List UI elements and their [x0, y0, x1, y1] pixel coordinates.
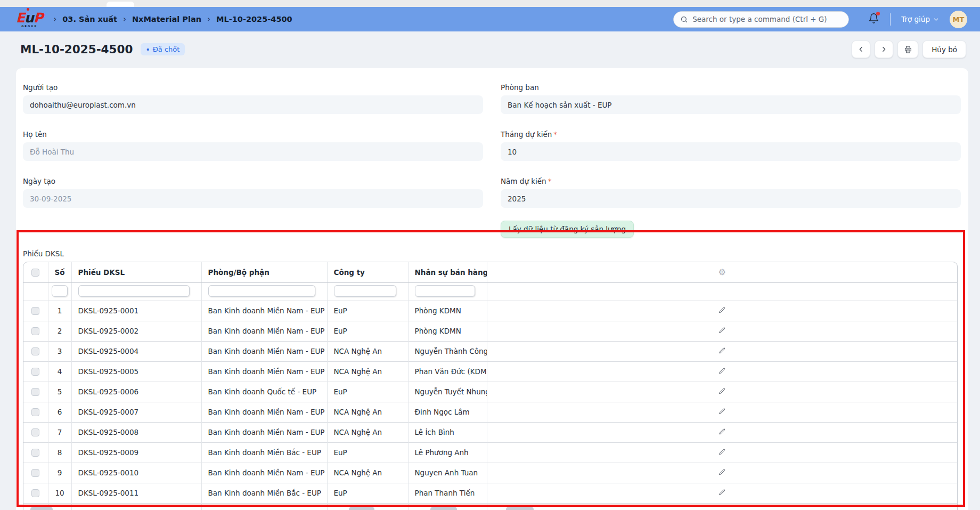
cell-cong-ty[interactable]: EuP	[327, 382, 408, 402]
cell-nhan-su[interactable]: Đinh Ngọc Lâm	[408, 402, 487, 422]
print-button[interactable]	[897, 41, 918, 58]
row-actions	[487, 301, 957, 321]
cell-cong-ty[interactable]: NCA Nghệ An	[327, 341, 408, 361]
edit-pencil-icon	[718, 347, 726, 354]
cell-cong-ty[interactable]: NCA Nghệ An	[327, 361, 408, 382]
cell-phieu-dksl[interactable]: DKSL-0925-0001	[71, 301, 201, 321]
cell-phong-bo-phan[interactable]: Ban Kinh doanh Miền Nam - EUP	[201, 463, 327, 483]
cell-phong-bo-phan[interactable]: Ban Kinh doanh Miền Nam - EUP	[201, 402, 327, 422]
prev-document-button[interactable]	[852, 41, 870, 58]
row-checkbox[interactable]	[31, 388, 39, 396]
printer-icon	[904, 45, 912, 54]
cell-nhan-su[interactable]: Phòng KDMN	[408, 321, 487, 341]
cell-nhan-su[interactable]: Nguyễn Tuyết Nhung	[408, 382, 487, 402]
cell-phieu-dksl[interactable]: DKSL-0925-0002	[71, 321, 201, 341]
next-document-button[interactable]	[875, 41, 893, 58]
edit-pencil-icon	[718, 489, 726, 496]
nguoi-tao-input[interactable]	[23, 95, 483, 114]
cell-phieu-dksl[interactable]	[71, 503, 201, 510]
cell-phong-bo-phan[interactable]: Ban Kinh doanh Miền Nam - EUP	[201, 341, 327, 361]
column-header-cong-ty: Công ty	[327, 262, 408, 282]
breadcrumb-item-nxmaterial-plan[interactable]: NxMaterial Plan	[132, 15, 201, 23]
edit-pencil-icon	[718, 367, 726, 375]
edit-row-button[interactable]	[718, 367, 726, 376]
cell-cong-ty[interactable]: EuP	[327, 321, 408, 341]
cell-phong-bo-phan[interactable]: Ban Kinh doanh Miền Bắc - EUP	[201, 442, 327, 463]
cell-nhan-su[interactable]: Lê Ích Bình	[408, 422, 487, 442]
row-checkbox[interactable]	[31, 428, 39, 436]
filter-input-cong-ty[interactable]	[334, 285, 396, 297]
cell-phieu-dksl[interactable]: DKSL-0925-0007	[71, 402, 201, 422]
cell-nhan-su[interactable]: Lê Phương Anh	[408, 442, 487, 463]
breadcrumb-item-san-xuat[interactable]: 03. Sản xuất	[62, 15, 117, 23]
cell-phieu-dksl[interactable]: DKSL-0925-0004	[71, 341, 201, 361]
cell-phong-bo-phan[interactable]: Ban Kinh doanh Miền Nam - EUP	[201, 361, 327, 382]
cell-cong-ty[interactable]: EuP	[327, 442, 408, 463]
edit-row-button[interactable]	[718, 347, 726, 356]
edit-row-button[interactable]	[718, 327, 726, 336]
search-input[interactable]: Search or type a command (Ctrl + G)	[673, 11, 849, 28]
cell-nhan-su[interactable]: Phan Văn Đức (KDMN)	[408, 361, 487, 382]
edit-row-button[interactable]	[718, 306, 726, 315]
cell-cong-ty[interactable]: NCA Nghệ An	[327, 402, 408, 422]
phieu-dksl-section: Phiếu DKSL Số Phiếu DKSL Phòng/Bộ phận C…	[23, 249, 961, 510]
edit-row-button[interactable]	[718, 428, 726, 437]
cell-nhan-su[interactable]: Phòng KDMN	[408, 301, 487, 321]
cell-phieu-dksl[interactable]: DKSL-0925-0009	[71, 442, 201, 463]
notifications-button[interactable]	[868, 13, 879, 26]
row-actions	[487, 442, 957, 463]
cell-cong-ty[interactable]: EuP	[327, 483, 408, 503]
breadcrumb-separator-icon: ›	[53, 14, 56, 24]
breadcrumb-item-current-doc[interactable]: ML-10-2025-4500	[216, 15, 292, 23]
cancel-button[interactable]: Hủy bỏ	[922, 41, 966, 58]
cell-phieu-dksl[interactable]: DKSL-0925-0005	[71, 361, 201, 382]
row-checkbox-cell	[23, 321, 48, 341]
row-checkbox[interactable]	[31, 307, 39, 315]
avatar[interactable]: MT	[950, 11, 967, 28]
filter-input-nhan-su[interactable]	[415, 285, 475, 297]
nam-du-kien-input[interactable]	[501, 189, 961, 208]
filter-input-so[interactable]	[52, 285, 68, 297]
cell-cong-ty[interactable]: NCA Nghệ An	[327, 422, 408, 442]
filter-input-phong-bo-phan[interactable]	[208, 285, 315, 297]
row-checkbox[interactable]	[31, 408, 39, 416]
cell-phong-bo-phan[interactable]: Ban Kinh doanh Miền Nam - EUP	[201, 301, 327, 321]
fetch-data-button[interactable]: Lấy dữ liệu từ đăng ký sản lượng	[501, 221, 634, 238]
app-logo[interactable]: EuP GROUP	[16, 11, 43, 28]
row-checkbox[interactable]	[31, 327, 39, 335]
row-checkbox[interactable]	[31, 469, 39, 477]
filter-input-phieu-dksl[interactable]	[78, 285, 190, 297]
cell-phieu-dksl[interactable]: DKSL-0925-0010	[71, 463, 201, 483]
table-settings-gear-icon[interactable]: ⚙	[718, 267, 726, 277]
ho-ten-input[interactable]	[23, 142, 483, 161]
row-checkbox[interactable]	[31, 347, 39, 355]
cell-phong-bo-phan[interactable]: Ban Kinh doanh Miền Bắc - EUP	[201, 483, 327, 503]
cell-phong-bo-phan[interactable]	[201, 503, 327, 510]
cell-phieu-dksl[interactable]: DKSL-0925-0006	[71, 382, 201, 402]
cell-phong-bo-phan[interactable]: Ban Kinh doanh Miền Nam - EUP	[201, 321, 327, 341]
row-checkbox-cell	[23, 422, 48, 442]
cell-phieu-dksl[interactable]: DKSL-0925-0011	[71, 483, 201, 503]
cell-cong-ty[interactable]: NCA Nghệ An	[327, 463, 408, 483]
phong-ban-input[interactable]	[501, 95, 961, 114]
edit-row-button[interactable]	[718, 387, 726, 396]
cell-cong-ty[interactable]: EuP	[327, 301, 408, 321]
cell-nhan-su[interactable]: Nguyen Anh Tuan	[408, 463, 487, 483]
cell-phong-bo-phan[interactable]: Ban Kinh doanh Quốc tế - EUP	[201, 382, 327, 402]
edit-row-button[interactable]	[718, 408, 726, 417]
thang-du-kien-input[interactable]	[501, 142, 961, 161]
help-dropdown[interactable]: Trợ giúp	[901, 15, 939, 23]
cell-nhan-su[interactable]: Nguyễn Thành Công	[408, 341, 487, 361]
row-checkbox[interactable]	[31, 489, 39, 497]
ngay-tao-input[interactable]	[23, 189, 483, 208]
cell-phieu-dksl[interactable]: DKSL-0925-0008	[71, 422, 201, 442]
select-all-checkbox[interactable]	[31, 269, 39, 277]
edit-row-button[interactable]	[718, 489, 726, 498]
row-checkbox[interactable]	[31, 368, 39, 376]
cell-phong-bo-phan[interactable]: Ban Kinh doanh Miền Nam - EUP	[201, 422, 327, 442]
cell-nhan-su[interactable]: Phan Thanh Tiến	[408, 483, 487, 503]
row-checkbox[interactable]	[31, 449, 39, 457]
edit-row-button[interactable]	[718, 468, 726, 477]
breadcrumb: › 03. Sản xuất › NxMaterial Plan › ML-10…	[53, 14, 292, 24]
edit-row-button[interactable]	[718, 448, 726, 457]
